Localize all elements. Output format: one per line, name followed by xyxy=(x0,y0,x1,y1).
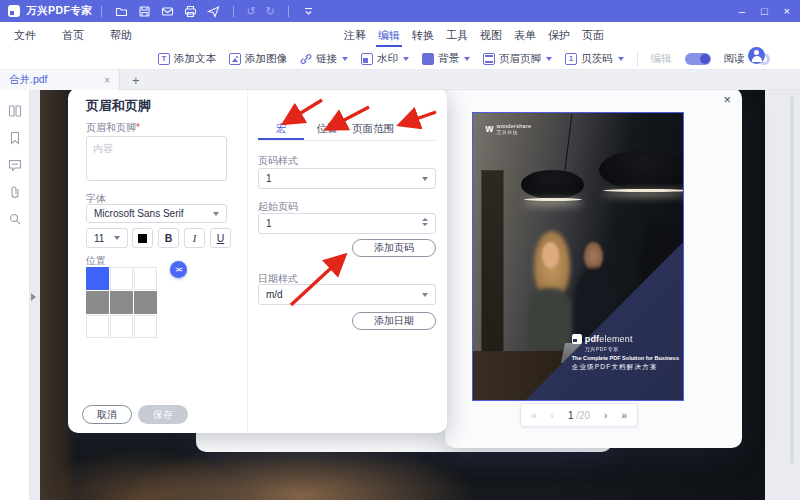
person-woman-face xyxy=(542,242,559,268)
tab-position[interactable]: 位置 xyxy=(304,118,350,140)
close-window-button[interactable]: × xyxy=(784,6,790,17)
attachment-icon[interactable] xyxy=(8,185,22,199)
menu-view[interactable]: 视图 xyxy=(478,23,504,48)
edit-read-toggle[interactable] xyxy=(685,53,711,65)
page-number-style-select[interactable]: 1 xyxy=(258,168,436,189)
watermark-button[interactable]: 水印 xyxy=(361,52,409,66)
position-cell-middle-center[interactable] xyxy=(110,291,133,314)
start-page-label: 起始页码 xyxy=(258,200,298,214)
font-color-button[interactable] xyxy=(132,228,153,248)
app-title: 万兴PDF专家 xyxy=(26,4,93,18)
add-text-button[interactable]: T 添加文本 xyxy=(158,52,216,66)
font-size-select[interactable]: 11 xyxy=(86,228,128,248)
save-icon[interactable] xyxy=(138,5,151,18)
undo-icon[interactable]: ↺ xyxy=(247,6,256,17)
background-button[interactable]: 背景 xyxy=(422,52,470,66)
date-style-select[interactable]: m/d xyxy=(258,284,436,305)
color-swatch xyxy=(138,234,147,243)
menu-comment[interactable]: 注释 xyxy=(342,23,368,48)
menu-home[interactable]: 首页 xyxy=(60,23,86,48)
tab-page-range[interactable]: 页面范围 xyxy=(350,118,396,140)
user-avatar[interactable] xyxy=(748,47,765,64)
close-preview-icon[interactable]: × xyxy=(723,92,731,107)
content-input[interactable] xyxy=(86,136,227,181)
vertical-scrollbar[interactable] xyxy=(790,96,794,464)
add-image-button[interactable]: 添加图像 xyxy=(229,52,287,66)
new-tab-button[interactable]: + xyxy=(127,71,145,90)
lamp-cord xyxy=(649,113,650,153)
position-cell-bottom-right[interactable] xyxy=(134,315,157,338)
thumbnails-icon[interactable] xyxy=(8,104,22,118)
share-icon[interactable] xyxy=(207,5,220,18)
menu-form[interactable]: 表单 xyxy=(512,23,538,48)
header-footer-icon xyxy=(483,53,495,65)
save-button[interactable]: 保存 xyxy=(138,405,188,424)
divider xyxy=(637,52,638,66)
menu-tools[interactable]: 工具 xyxy=(444,23,470,48)
sidebar-expand-handle[interactable] xyxy=(31,293,36,301)
menu-page[interactable]: 页面 xyxy=(580,23,606,48)
menu-edit-active[interactable]: 编辑 xyxy=(376,23,402,48)
add-date-button[interactable]: 添加日期 xyxy=(352,312,436,330)
watermark-icon xyxy=(361,53,373,65)
close-tab-icon[interactable]: × xyxy=(104,75,110,86)
panel-title: 页眉和页脚 xyxy=(86,97,151,115)
last-page-button[interactable]: » xyxy=(621,410,627,421)
bates-number-button[interactable]: 1 贝茨码 xyxy=(565,52,624,66)
position-cell-top-left[interactable] xyxy=(86,267,109,290)
position-cell-bottom-center[interactable] xyxy=(110,315,133,338)
spinner-arrows[interactable] xyxy=(422,218,428,226)
first-page-button[interactable]: « xyxy=(531,410,537,421)
comment-icon[interactable] xyxy=(8,158,22,172)
menu-convert[interactable]: 转换 xyxy=(410,23,436,48)
menu-help[interactable]: 帮助 xyxy=(108,23,134,48)
document-tab[interactable]: 合并.pdf × xyxy=(0,70,120,90)
italic-button[interactable]: I xyxy=(184,228,205,248)
position-cell-middle-right[interactable] xyxy=(134,291,157,314)
wondershare-logo: w wondershare 万兴科技 xyxy=(486,123,532,136)
underline-button[interactable]: U xyxy=(210,228,231,248)
pdf-page-preview: w wondershare 万兴科技 pdfelement 万兴PDF专家 Th… xyxy=(472,112,684,401)
page-number-style-label: 页码样式 xyxy=(258,154,298,168)
bates-number-icon: 1 xyxy=(565,53,577,65)
chevron-down-icon xyxy=(618,57,624,61)
bold-button[interactable]: B xyxy=(158,228,179,248)
link-button[interactable]: 链接 xyxy=(300,52,348,66)
position-cell-top-center[interactable] xyxy=(110,267,133,290)
menu-protect[interactable]: 保护 xyxy=(546,23,572,48)
edit-mode-label: 编辑 xyxy=(651,52,672,66)
search-icon[interactable] xyxy=(8,212,22,226)
position-cell-top-right[interactable] xyxy=(134,267,157,290)
chevron-down-icon xyxy=(464,57,470,61)
content-field-label: 页眉和页脚* xyxy=(86,121,140,135)
add-image-icon xyxy=(229,53,241,65)
add-page-number-button[interactable]: 添加页码 xyxy=(352,239,436,257)
font-select[interactable]: Microsoft Sans Serif xyxy=(86,204,227,223)
position-cell-middle-left[interactable] xyxy=(86,291,109,314)
tab-macro[interactable]: 宏 xyxy=(258,118,304,140)
position-cell-bottom-left[interactable] xyxy=(86,315,109,338)
chevron-down-icon xyxy=(403,57,409,61)
position-label: 位置 xyxy=(86,254,106,268)
page-indicator: 1 /20 xyxy=(568,410,590,421)
menu-bar: 文件 首页 帮助 注释 编辑 转换 工具 视图 表单 保护 页面 xyxy=(0,22,800,48)
start-page-spinner[interactable]: 1 xyxy=(258,213,436,234)
prev-page-button[interactable]: ‹ xyxy=(551,410,554,421)
next-page-button[interactable]: › xyxy=(604,410,607,421)
cancel-button[interactable]: 取消 xyxy=(82,405,132,424)
minimize-button[interactable]: – xyxy=(739,6,745,17)
collapse-ribbon-icon[interactable] xyxy=(302,5,315,18)
print-icon[interactable] xyxy=(184,5,197,18)
read-mode-label: 阅读 xyxy=(724,52,745,66)
email-icon[interactable] xyxy=(161,5,174,18)
chevron-down-icon xyxy=(546,57,552,61)
bookmark-icon[interactable] xyxy=(8,131,22,145)
window-controls: – □ × xyxy=(739,0,790,22)
open-folder-icon[interactable] xyxy=(115,5,128,18)
collapse-panel-button[interactable]: >< xyxy=(170,261,187,278)
menu-file[interactable]: 文件 xyxy=(12,23,38,48)
redo-icon[interactable]: ↻ xyxy=(266,6,275,17)
header-footer-button[interactable]: 页眉页脚 xyxy=(483,52,552,66)
app-logo-icon xyxy=(8,5,20,17)
maximize-button[interactable]: □ xyxy=(761,6,768,17)
